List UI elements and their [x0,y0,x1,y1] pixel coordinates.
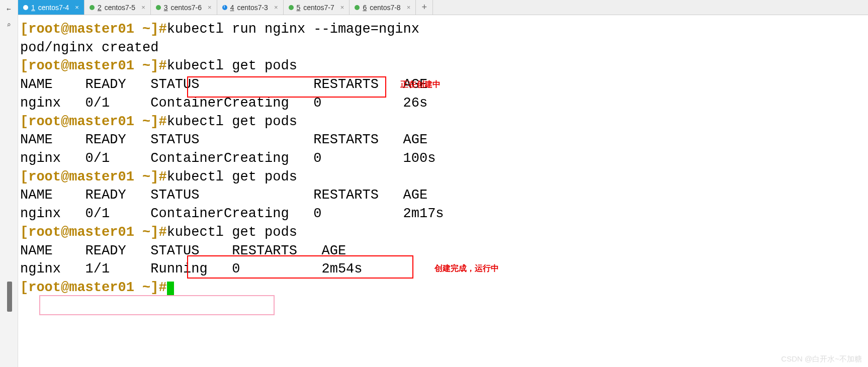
tab-label: centos7-3 [237,4,268,12]
alert-dot-icon [222,5,227,10]
tab-number: 6 [363,4,367,12]
terminal[interactable]: [root@master01 ~]#kubectl run nginx --im… [18,15,868,367]
tab-number: 5 [297,4,301,12]
shell-prompt: [root@master01 ~]# [20,58,167,73]
command-text: kubectl get pods [167,169,297,185]
tab-centos7-4[interactable]: 1 centos7-4 × [18,0,84,15]
status-dot-icon [23,5,28,10]
status-dot-icon [289,5,294,10]
output-line: NAME READY STATUS RESTARTS AGE [20,77,427,92]
output-line: pod/nginx created [20,40,158,55]
tab-centos7-8[interactable]: 6 centos7-8 × [350,0,416,15]
tab-centos7-7[interactable]: 5 centos7-7 × [284,0,350,15]
output-line: nginx 1/1 Running 0 2m54s [20,261,363,277]
command-text: kubectl get pods [167,225,297,240]
tab-label: centos7-7 [303,4,334,12]
terminal-output: [root@master01 ~]#kubectl run nginx --im… [20,20,866,297]
status-dot-icon [355,5,360,10]
output-line: nginx 0/1 ContainerCreating 0 100s [20,151,436,166]
tab-label: centos7-8 [370,4,400,12]
shell-prompt: [root@master01 ~]# [20,22,167,37]
close-icon[interactable]: × [208,4,212,11]
command-text: kubectl get pods [167,58,297,73]
tab-number: 1 [31,4,35,12]
search-icon[interactable]: ⌕ [5,20,14,29]
close-icon[interactable]: × [141,4,145,11]
tab-centos7-5[interactable]: 2 centos7-5 × [84,0,151,15]
tab-label: centos7-4 [38,4,69,12]
close-icon[interactable]: × [274,4,278,11]
scrollbar-thumb[interactable] [7,282,12,312]
tab-number: 4 [230,4,234,12]
command-text: kubectl get pods [167,114,297,129]
annotation-running: 创建完成，运行中 [435,263,499,274]
close-icon[interactable]: × [340,4,344,11]
output-line: NAME READY STATUS RESTARTS AGE [20,243,346,258]
tab-label: centos7-5 [105,4,135,12]
status-dot-icon [90,5,95,10]
output-line: NAME READY STATUS RESTARTS AGE [20,132,427,147]
close-icon[interactable]: × [75,4,79,11]
shell-prompt: [root@master01 ~]# [20,225,167,240]
shell-prompt: [root@master01 ~]# [20,114,167,129]
status-dot-icon [156,5,161,10]
annotation-creating: 正在创建中 [400,79,441,90]
command-text: kubectl run nginx --image=nginx [167,22,419,37]
output-line: nginx 0/1 ContainerCreating 0 2m17s [20,206,444,221]
output-line: nginx 0/1 ContainerCreating 0 26s [20,96,427,111]
tab-label: centos7-6 [171,4,202,12]
add-tab-button[interactable]: + [416,0,433,15]
output-line: NAME READY STATUS RESTARTS AGE [20,188,427,203]
tab-number: 2 [98,4,102,12]
tab-number: 3 [164,4,168,12]
tab-centos7-3[interactable]: 4 centos7-3 × [217,0,284,15]
cursor-icon [167,282,174,295]
shell-prompt: [root@master01 ~]# [20,280,167,295]
tab-centos7-6[interactable]: 3 centos7-6 × [151,0,217,15]
watermark: CSDN @白开水~不加糖 [781,354,862,364]
back-icon[interactable]: ← [5,4,14,13]
tab-bar: 1 centos7-4 × 2 centos7-5 × 3 centos7-6 … [18,0,868,15]
left-rail: ← ⌕ [0,0,18,367]
close-icon[interactable]: × [407,4,411,11]
shell-prompt: [root@master01 ~]# [20,169,167,185]
annotation-box [39,295,275,315]
